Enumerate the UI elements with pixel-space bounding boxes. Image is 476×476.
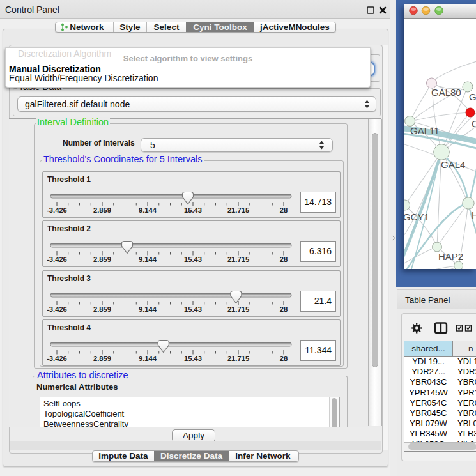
svg-text:2.859: 2.859 (93, 305, 111, 313)
svg-text:21.715: 21.715 (227, 256, 249, 263)
svg-text:-3.426: -3.426 (47, 355, 67, 362)
svg-text:GCY1: GCY1 (404, 211, 429, 222)
svg-text:21.715: 21.715 (227, 206, 249, 214)
svg-text:-3.426: -3.426 (47, 305, 67, 313)
svg-text:G.: G. (469, 91, 476, 102)
svg-text:C: C (472, 118, 476, 129)
svg-text:H: H (472, 210, 476, 220)
svg-text:-3.426: -3.426 (47, 206, 67, 214)
svg-text:28: 28 (280, 206, 288, 214)
svg-text:28: 28 (280, 355, 288, 362)
svg-text:-3.426: -3.426 (47, 256, 67, 263)
svg-text:2.859: 2.859 (93, 355, 111, 362)
svg-text:GAL4: GAL4 (441, 159, 465, 170)
svg-text:GAL80: GAL80 (431, 87, 461, 98)
svg-text:9.144: 9.144 (139, 305, 157, 313)
svg-text:15.43: 15.43 (184, 206, 202, 214)
svg-text:15.43: 15.43 (184, 355, 202, 362)
svg-text:28: 28 (280, 305, 288, 313)
svg-text:21.715: 21.715 (227, 355, 249, 362)
svg-text:GAL11: GAL11 (410, 125, 440, 136)
svg-text:15.43: 15.43 (184, 305, 202, 313)
svg-text:21.715: 21.715 (227, 305, 249, 313)
svg-text:9.144: 9.144 (139, 206, 157, 214)
svg-text:2.859: 2.859 (93, 206, 111, 214)
svg-text:9.144: 9.144 (139, 355, 157, 362)
svg-text:HAP2: HAP2 (438, 251, 463, 262)
svg-text:2.859: 2.859 (93, 256, 111, 263)
svg-text:9.144: 9.144 (139, 256, 157, 263)
svg-text:15.43: 15.43 (184, 256, 202, 263)
svg-text:28: 28 (280, 256, 288, 263)
